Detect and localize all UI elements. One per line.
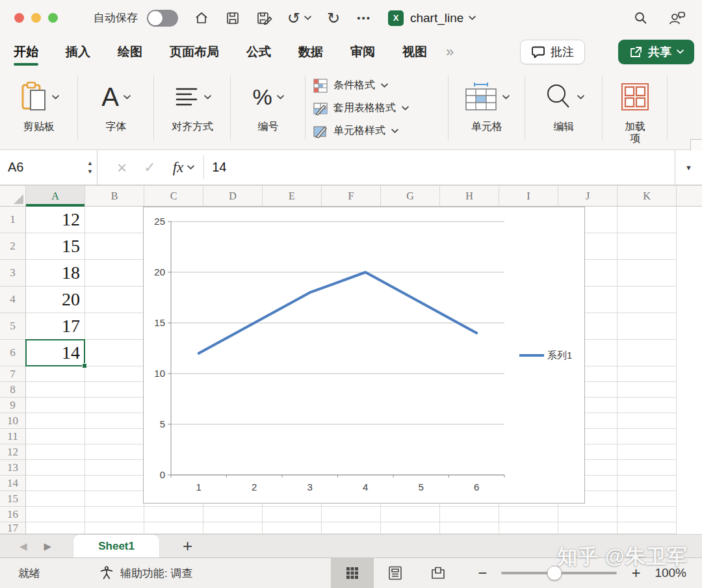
cell-B4[interactable] xyxy=(85,287,144,313)
column-header-G[interactable]: G xyxy=(381,186,440,206)
cell-B2[interactable] xyxy=(85,233,144,260)
row-header-5[interactable]: 5 xyxy=(0,313,26,340)
cell-A10[interactable] xyxy=(26,413,85,429)
cell-H17[interactable] xyxy=(440,522,499,534)
cell-B17[interactable] xyxy=(85,522,144,534)
cell-B12[interactable] xyxy=(85,444,144,460)
ribbon-tab-视图[interactable]: 视图 xyxy=(389,36,441,68)
tab-overflow-icon[interactable]: » xyxy=(441,44,458,60)
ribbon-tab-页面布局[interactable]: 页面布局 xyxy=(156,36,233,68)
cell-J16[interactable] xyxy=(558,507,618,522)
select-all-corner[interactable] xyxy=(0,186,26,206)
cell-B16[interactable] xyxy=(85,507,144,522)
cell-A4[interactable]: 20 xyxy=(26,287,85,313)
cell-G17[interactable] xyxy=(381,522,440,534)
cell-K1[interactable] xyxy=(618,207,677,233)
sheet-tab-sheet1[interactable]: Sheet1 xyxy=(73,535,159,557)
cell-K9[interactable] xyxy=(618,398,677,413)
ribbon-tab-插入[interactable]: 插入 xyxy=(52,36,104,68)
cell-F17[interactable] xyxy=(322,522,381,534)
cell-K6[interactable] xyxy=(618,340,677,366)
row-header-3[interactable]: 3 xyxy=(0,260,26,287)
cell-A12[interactable] xyxy=(26,444,85,460)
column-header-H[interactable]: H xyxy=(440,186,499,206)
redo-icon[interactable]: ↺ xyxy=(327,10,340,26)
cell-K10[interactable] xyxy=(618,413,677,429)
undo-dropdown-chevron-icon[interactable] xyxy=(304,16,311,20)
page-break-view-button[interactable] xyxy=(417,558,460,588)
stepper-down-icon[interactable]: ▼ xyxy=(87,168,93,175)
column-header-C[interactable]: C xyxy=(144,186,203,206)
cell-K3[interactable] xyxy=(618,260,677,287)
cell-style-button[interactable]: 单元格样式 xyxy=(306,120,448,142)
cell-A3[interactable]: 18 xyxy=(26,260,85,287)
column-header-A[interactable]: A xyxy=(26,186,85,206)
share-contact-icon[interactable] xyxy=(668,10,686,26)
cell-K8[interactable] xyxy=(618,382,677,398)
column-header-D[interactable]: D xyxy=(203,186,263,206)
row-header-9[interactable]: 9 xyxy=(0,398,26,413)
row-header-4[interactable]: 4 xyxy=(0,287,26,313)
ribbon-tab-数据[interactable]: 数据 xyxy=(285,36,337,68)
fx-chevron-icon[interactable] xyxy=(187,165,194,170)
cells-group[interactable]: 单元格 xyxy=(448,68,525,149)
zoom-in-button[interactable]: + xyxy=(631,564,640,582)
stepper-up-icon[interactable]: ▲ xyxy=(87,160,93,166)
row-header-13[interactable]: 13 xyxy=(0,460,26,476)
ribbon-tab-审阅[interactable]: 审阅 xyxy=(337,36,389,68)
row-header-17[interactable]: 17 xyxy=(0,522,26,534)
cell-K2[interactable] xyxy=(618,233,677,260)
cell-A9[interactable] xyxy=(26,398,85,413)
row-header-6[interactable]: 6 xyxy=(0,340,26,366)
formula-input[interactable]: 14 xyxy=(203,155,675,179)
ribbon-tab-公式[interactable]: 公式 xyxy=(233,36,285,68)
row-header-14[interactable]: 14 xyxy=(0,476,26,491)
column-header-E[interactable]: E xyxy=(263,186,322,206)
share-button[interactable]: 共享 xyxy=(618,40,694,64)
cell-A7[interactable] xyxy=(26,366,85,382)
row-header-10[interactable]: 10 xyxy=(0,413,26,429)
alignment-group[interactable]: 对齐方式 xyxy=(154,68,231,149)
cell-A5[interactable]: 17 xyxy=(26,313,85,340)
cell-H16[interactable] xyxy=(440,507,499,522)
cell-C16[interactable] xyxy=(144,507,203,522)
cell-B14[interactable] xyxy=(85,476,144,491)
document-title[interactable]: chart_line xyxy=(410,11,463,25)
cell-B5[interactable] xyxy=(85,313,144,340)
confirm-entry-icon[interactable]: ✓ xyxy=(144,159,155,176)
cell-K15[interactable] xyxy=(618,491,677,507)
zoom-level-label[interactable]: 100% xyxy=(655,566,686,580)
row-header-7[interactable]: 7 xyxy=(0,366,26,382)
cell-K14[interactable] xyxy=(618,476,677,491)
row-header-8[interactable]: 8 xyxy=(0,382,26,398)
cell-K13[interactable] xyxy=(618,460,677,476)
ribbon-tab-绘图[interactable]: 绘图 xyxy=(104,36,156,68)
cell-A17[interactable] xyxy=(26,522,85,534)
addins-group[interactable]: 加载项 xyxy=(603,68,668,149)
cell-B1[interactable] xyxy=(85,207,144,233)
save-as-icon[interactable] xyxy=(256,10,273,26)
row-header-2[interactable]: 2 xyxy=(0,233,26,260)
cell-B6[interactable] xyxy=(85,340,144,366)
zoom-out-button[interactable]: − xyxy=(478,564,487,582)
undo-icon[interactable]: ↺ xyxy=(287,10,300,26)
cell-A6[interactable]: 14 xyxy=(26,340,85,366)
number-group[interactable]: % 编号 xyxy=(231,68,306,149)
cell-J17[interactable] xyxy=(558,522,618,534)
row-header-16[interactable]: 16 xyxy=(0,507,26,522)
cell-G16[interactable] xyxy=(381,507,440,522)
row-header-1[interactable]: 1 xyxy=(0,207,26,233)
chart-object[interactable]: 0510152025123456系列1 xyxy=(143,207,585,504)
cell-B9[interactable] xyxy=(85,398,144,413)
autosave-toggle[interactable] xyxy=(147,10,178,27)
edit-group[interactable]: 编辑 xyxy=(525,68,603,149)
cell-A13[interactable] xyxy=(26,460,85,476)
cell-I16[interactable] xyxy=(499,507,558,522)
sheet-nav-right-icon[interactable]: ▶ xyxy=(44,541,52,552)
zoom-slider-thumb[interactable] xyxy=(547,566,562,581)
cell-F16[interactable] xyxy=(322,507,381,522)
clipboard-group[interactable]: 剪贴板 xyxy=(0,68,78,149)
document-title-chevron-icon[interactable] xyxy=(469,16,476,20)
cell-I17[interactable] xyxy=(499,522,558,534)
name-box[interactable]: A6 xyxy=(0,150,83,185)
